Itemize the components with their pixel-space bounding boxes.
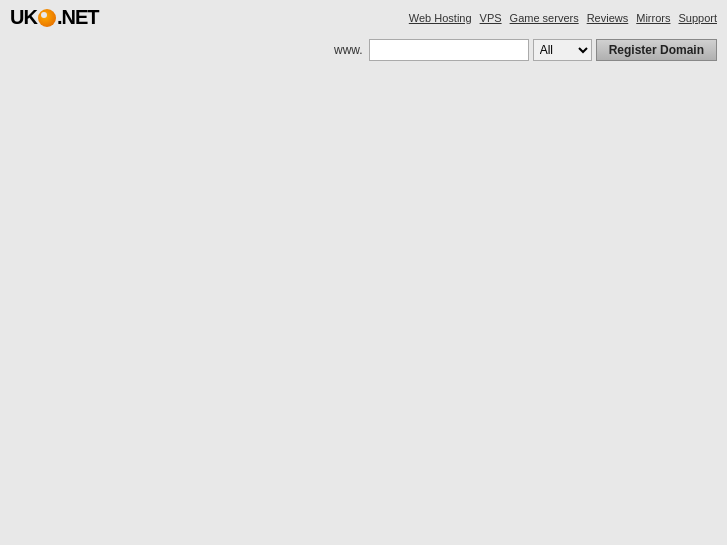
nav-support[interactable]: Support (678, 12, 717, 24)
nav-vps[interactable]: VPS (480, 12, 502, 24)
nav-web-hosting[interactable]: Web Hosting (409, 12, 472, 24)
logo-net: .NET (57, 6, 99, 29)
nav-game-servers[interactable]: Game servers (510, 12, 579, 24)
www-label: www. (334, 43, 363, 57)
main-nav: Web Hosting VPS Game servers Reviews Mir… (409, 12, 717, 24)
logo-uk: UK (10, 6, 37, 29)
tld-select[interactable]: All .com .net .org .co.uk .uk (533, 39, 592, 61)
header: UK.NET Web Hosting VPS Game servers Revi… (0, 0, 727, 33)
domain-bar: www. All .com .net .org .co.uk .uk Regis… (0, 33, 727, 67)
register-domain-button[interactable]: Register Domain (596, 39, 717, 61)
main-content (0, 67, 727, 542)
domain-input[interactable] (369, 39, 529, 61)
nav-reviews[interactable]: Reviews (587, 12, 629, 24)
logo-text: UK.NET (10, 6, 98, 29)
logo: UK.NET (10, 6, 98, 29)
nav-mirrors[interactable]: Mirrors (636, 12, 670, 24)
logo-icon (38, 9, 56, 27)
